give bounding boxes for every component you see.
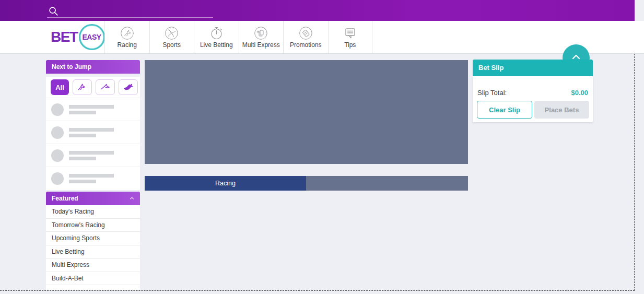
nav-item-sports[interactable]: Sports (149, 21, 194, 53)
filter-gallops[interactable] (73, 79, 92, 95)
search-input[interactable] (46, 3, 214, 19)
nav-item-racing[interactable]: Racing (104, 21, 149, 53)
bet-slip-header: Bet Slip (473, 60, 593, 76)
next-to-jump-list (46, 98, 140, 190)
search-underline (47, 17, 213, 18)
skeleton-avatar (51, 149, 64, 162)
nav-item-label: Multi Express (242, 41, 280, 49)
chevron-up-icon (129, 194, 135, 203)
skeleton-line (69, 174, 114, 178)
horse-icon (120, 26, 134, 41)
tab-racing-label: Racing (215, 180, 236, 187)
next-to-jump-skeleton-row (46, 167, 140, 190)
skeleton-avatar (51, 126, 64, 139)
logo-easy-text: EASY (82, 33, 101, 41)
featured-item-live-betting[interactable]: Live Betting (46, 245, 140, 259)
filter-all[interactable]: All (51, 79, 69, 95)
slip-total-label: Slip Total: (477, 89, 507, 97)
nav-item-label: Promotions (290, 41, 322, 49)
nav-item-label: Racing (118, 41, 137, 49)
site-header: BET EASY RacingSportsLive BettingMulti E… (0, 21, 644, 54)
skeleton-line (69, 151, 114, 155)
race-type-filters: All (46, 77, 140, 98)
tab-racing[interactable]: Racing (145, 176, 306, 191)
tab-bar-placeholder (306, 176, 468, 191)
main-nav: RacingSportsLive BettingMulti ExpressPro… (104, 21, 372, 53)
nav-item-label: Live Betting (200, 41, 233, 49)
skeleton-line (69, 180, 96, 183)
featured-item-upcoming-sports[interactable]: Upcoming Sports (46, 232, 140, 245)
skeleton-line (69, 111, 96, 114)
nav-item-live-betting[interactable]: Live Betting (194, 21, 239, 53)
banner-placeholder (145, 60, 468, 164)
pages-icon (254, 26, 268, 41)
harness-icon (99, 81, 111, 94)
gallops-icon (76, 81, 88, 94)
featured-item-today-s-racing[interactable]: Today's Racing (46, 205, 140, 219)
featured-item-tomorrow-s-racing[interactable]: Tomorrow's Racing (46, 219, 140, 232)
skeleton-line (69, 128, 114, 132)
featured-list: Today's RacingTomorrow's RacingUpcoming … (46, 205, 140, 285)
skeleton-line (69, 105, 114, 109)
list-item-partial (46, 285, 140, 290)
bet-slip-body: Slip Total: $0.00 Clear Slip Place Bets (473, 76, 593, 122)
skeleton-line (69, 157, 96, 160)
next-to-jump-skeleton-row (46, 98, 140, 121)
search-icon[interactable] (48, 5, 59, 17)
next-to-jump-skeleton-row (46, 144, 140, 167)
slip-total-value: $0.00 (571, 89, 588, 97)
beteasy-logo[interactable]: BET EASY (51, 21, 105, 53)
next-to-jump-header: Next to Jump (46, 60, 140, 74)
beteasy-app: BET EASY RacingSportsLive BettingMulti E… (0, 0, 644, 294)
next-to-jump-skeleton-row (46, 121, 140, 144)
sidebar: Next to Jump All Featured Today's Racing… (46, 60, 140, 290)
greyhound-icon (122, 81, 134, 94)
speech-bubble-icon (343, 26, 357, 41)
ball-icon (165, 26, 179, 41)
bet-slip-panel: Bet Slip Slip Total: $0.00 Clear Slip Pl… (473, 60, 593, 122)
top-search-bar (0, 0, 635, 21)
next-to-jump-title: Next to Jump (52, 63, 91, 70)
content-region: Next to Jump All Featured Today's Racing… (0, 54, 635, 291)
featured-header[interactable]: Featured (46, 192, 140, 205)
next-to-jump-panel: All (46, 77, 140, 190)
featured-title: Featured (52, 195, 78, 202)
nav-item-multi-express[interactable]: Multi Express (239, 21, 284, 53)
filter-harness[interactable] (96, 79, 115, 95)
stopwatch-icon (209, 26, 224, 41)
featured-item-build-a-bet[interactable]: Build-A-Bet (46, 272, 140, 286)
featured-section: Featured Today's RacingTomorrow's Racing… (46, 192, 140, 290)
filter-greyhound[interactable] (119, 79, 138, 95)
skeleton-avatar (51, 103, 64, 116)
skeleton-line (69, 134, 96, 137)
logo-bet-text: BET (51, 29, 78, 45)
clear-slip-button[interactable]: Clear Slip (477, 101, 532, 119)
nav-item-label: Tips (344, 41, 356, 49)
featured-item-multi-express[interactable]: Multi Express (46, 258, 140, 272)
nav-item-label: Sports (162, 41, 181, 49)
nav-item-tips[interactable]: Tips (328, 21, 373, 53)
place-bets-button[interactable]: Place Bets (534, 101, 589, 119)
skeleton-avatar (51, 172, 64, 185)
main-tab-bar: Racing (145, 176, 468, 191)
nav-item-promotions[interactable]: Promotions (283, 21, 328, 53)
bet-slip-title: Bet Slip (478, 64, 504, 72)
logo-circle: EASY (79, 24, 105, 50)
ticket-icon (299, 26, 313, 41)
